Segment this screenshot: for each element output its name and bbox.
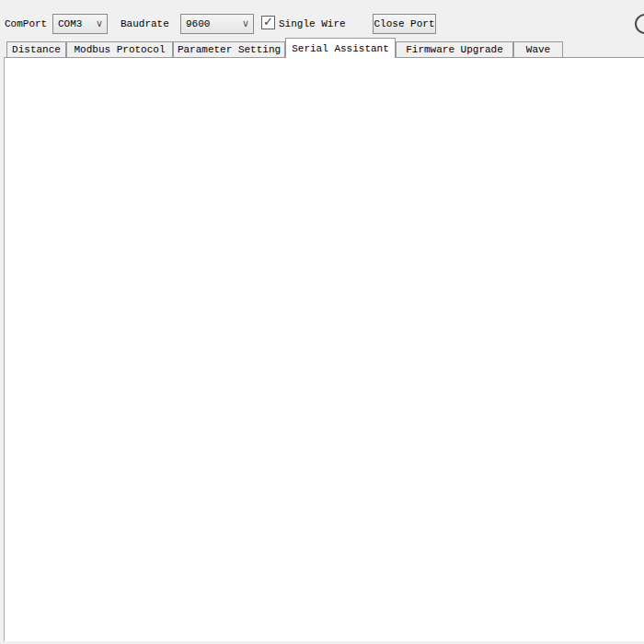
tab-page-panel: [4, 57, 644, 641]
port-status-indicator-icon: [635, 14, 644, 34]
tab-parameter-setting[interactable]: Parameter Setting: [173, 41, 285, 57]
baudrate-value: 9600: [186, 18, 210, 29]
baudrate-label: Baudrate: [121, 18, 169, 29]
tab-firmware-upgrade[interactable]: Firmware Upgrade: [396, 41, 513, 57]
single-wire-label: Single Wire: [279, 18, 346, 29]
tab-modbus-protocol[interactable]: Modbus Protocol: [66, 41, 173, 57]
tab-wave[interactable]: Wave: [513, 41, 563, 57]
serial-tool-window: ComPort COM3 ∨ Baudrate 9600 ∨ Single Wi…: [0, 0, 644, 644]
comport-select[interactable]: COM3 ∨: [52, 14, 108, 34]
close-port-button[interactable]: Close Port: [373, 14, 436, 34]
chevron-down-icon: ∨: [96, 17, 103, 29]
comport-label: ComPort: [5, 18, 47, 29]
chevron-down-icon: ∨: [242, 17, 249, 29]
single-wire-checkbox[interactable]: [261, 16, 275, 29]
comport-value: COM3: [58, 18, 82, 29]
tab-serial-assistant[interactable]: Serial Assistant: [285, 38, 396, 58]
tab-distance[interactable]: Distance: [6, 41, 66, 57]
baudrate-select[interactable]: 9600 ∨: [180, 14, 254, 34]
